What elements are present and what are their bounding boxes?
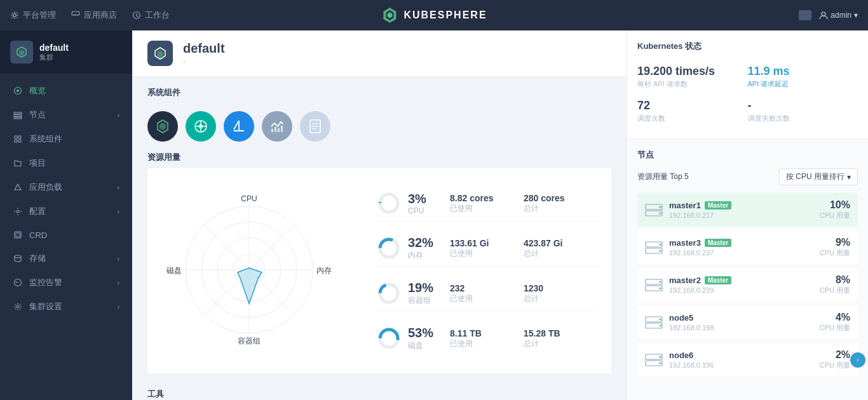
disk-donut bbox=[376, 326, 402, 351]
sidebar-item-storage[interactable]: 存储 › bbox=[0, 246, 132, 270]
sidebar-item-config[interactable]: 配置 › bbox=[0, 199, 132, 223]
sidebar-item-projects[interactable]: 项目 bbox=[0, 151, 132, 175]
system-components bbox=[132, 111, 627, 152]
server-icon bbox=[645, 241, 663, 254]
page-sub: - bbox=[183, 57, 225, 66]
resource-title: 资源用量 bbox=[147, 152, 180, 162]
svg-point-73 bbox=[660, 318, 661, 320]
svg-rect-19 bbox=[16, 233, 20, 237]
component-doc[interactable] bbox=[300, 111, 330, 142]
svg-point-0 bbox=[13, 14, 17, 17]
page-title: default bbox=[183, 41, 225, 56]
resource-usage-header: 资源用量 bbox=[132, 152, 627, 168]
metric-cpu: 3% CPU 8.82 cores 已使用 280 cores 总计 bbox=[376, 185, 599, 222]
svg-rect-14 bbox=[18, 136, 21, 138]
svg-rect-11 bbox=[14, 115, 22, 117]
svg-marker-26 bbox=[159, 123, 166, 130]
server-icon bbox=[645, 204, 663, 217]
svg-point-20 bbox=[15, 255, 21, 258]
svg-point-74 bbox=[660, 324, 661, 326]
svg-point-28 bbox=[199, 124, 203, 128]
sidebar-item-crd[interactable]: CRD bbox=[0, 223, 132, 246]
chevron-icon: › bbox=[118, 279, 119, 286]
svg-text:CPU: CPU bbox=[241, 194, 257, 203]
crd-icon bbox=[13, 230, 23, 240]
right-panel: Kubernetes 状态 19.200 times/s 每秒 API 请求数 … bbox=[627, 30, 868, 400]
component-helm[interactable] bbox=[186, 111, 216, 142]
page-header: default - bbox=[132, 30, 627, 77]
svg-rect-12 bbox=[14, 117, 22, 119]
sidebar-item-overview[interactable]: 概览 bbox=[0, 79, 132, 103]
user-icon bbox=[819, 11, 828, 20]
svg-point-9 bbox=[17, 90, 19, 92]
svg-point-62 bbox=[660, 212, 661, 214]
sidebar-item-system-components[interactable]: 系统组件 bbox=[0, 127, 132, 151]
svg-point-78 bbox=[660, 362, 661, 364]
node-master2[interactable]: master2 Master 192.168.0.239 8% CPU 用量 bbox=[637, 268, 858, 302]
svg-marker-24 bbox=[157, 50, 163, 58]
k8s-metric-api-latency: 11.9 ms API 请求延迟 bbox=[748, 60, 858, 94]
metric-mem: 32% 内存 133.61 Gi 已使用 423.87 Gi 总计 bbox=[376, 230, 599, 267]
main-content: default - 系统组件 bbox=[132, 30, 627, 400]
node-node5[interactable]: node5 192.168.0.198 4% CPU 用量 bbox=[637, 305, 858, 339]
system-icon bbox=[13, 134, 23, 144]
admin-button[interactable]: admin ▾ bbox=[819, 11, 858, 20]
svg-rect-16 bbox=[18, 140, 21, 142]
svg-point-50 bbox=[380, 194, 398, 212]
svg-point-69 bbox=[660, 281, 661, 283]
config-icon bbox=[13, 206, 23, 217]
cpu-donut bbox=[376, 190, 402, 216]
svg-marker-7 bbox=[19, 50, 24, 56]
node-node6[interactable]: node6 192.168.0.196 2% CPU 用量 › bbox=[637, 343, 858, 377]
sort-select[interactable]: 按 CPU 用量排行 ▾ bbox=[779, 168, 858, 185]
nodes-title: 节点 bbox=[637, 149, 654, 161]
settings-icon bbox=[13, 302, 23, 312]
sidebar-cluster[interactable]: default 集群 bbox=[0, 30, 132, 74]
nodes-section: 节点 资源用量 Top 5 按 CPU 用量排行 ▾ master1 bbox=[627, 139, 868, 390]
storage-icon bbox=[13, 253, 23, 263]
overview-icon bbox=[13, 86, 23, 96]
chevron-icon: › bbox=[118, 112, 119, 119]
gear-icon bbox=[10, 11, 19, 20]
master-badge: Master bbox=[705, 276, 731, 284]
node-master1[interactable]: master1 Master 192.168.0.217 10% CPU 用量 bbox=[637, 193, 858, 227]
svg-marker-45 bbox=[238, 268, 262, 303]
chevron-down-icon: ▾ bbox=[847, 173, 851, 182]
sidebar-item-nodes[interactable]: 节点 › bbox=[0, 103, 132, 127]
nav-appstore[interactable]: 应用商店 bbox=[71, 10, 117, 21]
svg-text:内存: 内存 bbox=[316, 266, 332, 275]
system-components-title: 系统组件 bbox=[147, 87, 180, 98]
k8s-status-title: Kubernetes 状态 bbox=[637, 41, 858, 52]
component-chart[interactable] bbox=[262, 111, 292, 142]
chevron-icon: › bbox=[118, 208, 119, 215]
store-icon bbox=[71, 11, 80, 20]
cluster-icon bbox=[10, 41, 33, 63]
tools-header: 工具 bbox=[132, 383, 627, 400]
chevron-icon: › bbox=[118, 255, 119, 262]
chevron-icon: › bbox=[118, 303, 119, 310]
sidebar-item-monitoring[interactable]: 监控告警 › bbox=[0, 270, 132, 295]
mem-donut bbox=[376, 236, 402, 261]
sidebar-item-workloads[interactable]: 应用负载 › bbox=[0, 175, 132, 199]
nav-platform[interactable]: 平台管理 bbox=[10, 10, 56, 21]
svg-rect-10 bbox=[14, 112, 22, 114]
nav-workbench[interactable]: 工作台 bbox=[132, 10, 170, 21]
master-badge: Master bbox=[705, 201, 731, 210]
component-kubesphere[interactable] bbox=[147, 111, 178, 142]
svg-rect-13 bbox=[15, 136, 17, 138]
metric-pods: 19% 容器组 232 已使用 1230 总计 bbox=[376, 276, 599, 312]
radar-container: CPU 内存 容器组 磁盘 bbox=[160, 181, 363, 361]
resource-section: CPU 内存 容器组 磁盘 bbox=[147, 168, 611, 373]
k8s-metric-schedule-count: 72 调度次数 bbox=[637, 94, 748, 128]
component-sail[interactable] bbox=[224, 111, 254, 142]
metric-disk: 53% 磁盘 8.11 TB 已使用 15.28 TB 总计 bbox=[376, 321, 599, 356]
node-master3[interactable]: master3 Master 192.168.0.237 9% CPU 用量 bbox=[637, 230, 858, 264]
svg-point-61 bbox=[660, 206, 661, 208]
svg-point-70 bbox=[660, 287, 661, 289]
page-cluster-icon bbox=[147, 41, 173, 66]
nav-square[interactable] bbox=[799, 10, 811, 20]
sidebar-item-cluster-settings[interactable]: 集群设置 › bbox=[0, 295, 132, 319]
scroll-indicator[interactable]: › bbox=[850, 352, 865, 368]
tools-title: 工具 bbox=[147, 389, 164, 399]
monitoring-icon bbox=[13, 277, 23, 288]
